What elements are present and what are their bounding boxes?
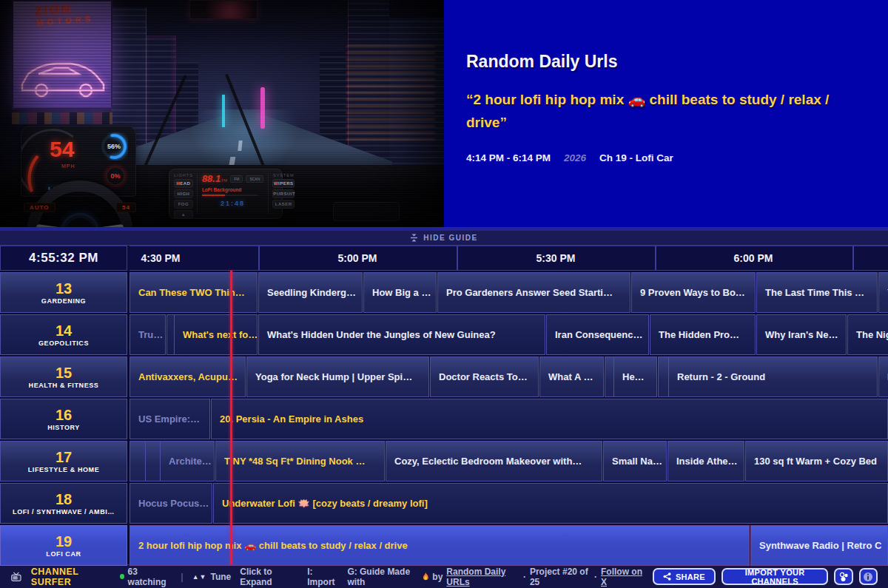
time-column-divider xyxy=(852,246,854,270)
program-cell[interactable]: Can These TWO Thin… xyxy=(130,272,258,313)
program-lane: Antivaxxers, Acupu…Yoga for Neck Hump | … xyxy=(130,356,888,397)
console-button-pursuit[interactable]: PURSUIT xyxy=(272,189,295,198)
overhead-screen xyxy=(189,0,258,19)
program-cell[interactable]: Tru… xyxy=(130,314,166,355)
time-column-divider xyxy=(655,246,656,270)
program-cell[interactable]: Synthwave Radio | Retro C xyxy=(750,525,888,566)
radio-band-pill[interactable]: FM xyxy=(230,175,243,183)
channel-number: 19 xyxy=(56,533,72,550)
console-radio: 88.1 FM FM SCAN LoFi Background 21:48 xyxy=(202,173,263,214)
steering-wheel: AUTO 54 xyxy=(27,180,133,227)
program-cell[interactable]: He… xyxy=(613,356,657,397)
track-progress-fill xyxy=(202,195,226,196)
channel-name: LIFESTYLE & HOME xyxy=(28,466,100,473)
program-lane: Can These TWO Thin…Seedling Kinderg…How … xyxy=(130,272,888,313)
channel-label-14[interactable]: 14GEOPOLITICS xyxy=(0,314,127,355)
hide-guide-label: HIDE GUIDE xyxy=(423,234,477,242)
program-cell[interactable]: Return - 2 - Ground xyxy=(668,356,878,397)
channel-number: 15 xyxy=(56,365,72,381)
wheel-left-display: AUTO xyxy=(24,203,56,212)
channel-name: GEOPOLITICS xyxy=(38,339,89,347)
console-right-buttons: WIPERSPURSUITLASER xyxy=(272,179,295,209)
radio-track-title: LoFi Background xyxy=(202,187,263,192)
program-cell[interactable]: Hocus Pocus… xyxy=(130,483,212,524)
channel-surfer-app: ZION MOTORS xyxy=(0,0,888,588)
channel-label-15[interactable]: 15HEALTH & FITNESS xyxy=(0,356,127,397)
channel-label-17[interactable]: 17LIFESTYLE & HOME xyxy=(0,441,127,481)
program-cell[interactable]: Y xyxy=(878,272,888,313)
program-cell[interactable]: How Big a … xyxy=(363,272,437,313)
import-channels-button[interactable]: IMPORT YOUR CHANNELS xyxy=(722,568,828,585)
program-cell[interactable]: The Nig xyxy=(847,314,888,355)
program-cell[interactable]: Why Iran's Ne… xyxy=(756,314,847,355)
glovebox-panel xyxy=(333,202,400,221)
channel-name: LOFI / SYNTHWAVE / AMBI… xyxy=(13,508,115,516)
episode-channel: Ch 19 - Lofi Car xyxy=(599,152,673,163)
program-cell[interactable]: 130 sq ft Warm + Cozy Bed xyxy=(745,441,888,481)
program-cell[interactable]: Underwater Lofi 🪷 [cozy beats / dreamy l… xyxy=(213,483,888,524)
program-cell[interactable]: Antivaxxers, Acupu… xyxy=(130,356,246,397)
show-title: Random Daily Urls xyxy=(466,52,860,72)
console-system-column: SYSTEM WIPERSPURSUITLASER xyxy=(268,173,295,214)
program-cell[interactable]: Seedling Kinderg… xyxy=(258,272,363,313)
follow-on-x-link[interactable]: Follow on X xyxy=(601,567,644,587)
episode-title: “2 hour lofi hip hop mix 🚗 chill beats t… xyxy=(466,88,860,135)
window-lights xyxy=(346,44,435,141)
console-clock: 21:48 xyxy=(221,200,245,207)
hide-guide-button[interactable]: HIDE GUIDE xyxy=(0,231,888,246)
lower-billboard-strip xyxy=(12,112,112,124)
tune-label: Tune xyxy=(210,572,231,582)
time-header: 4:55:32 PM 4:30 PM5:00 PM5:30 PM6:00 PM xyxy=(0,246,888,271)
program-cell[interactable]: The Hidden Pro… xyxy=(650,314,756,355)
program-cell[interactable]: What A … xyxy=(539,356,604,397)
channel-row-19: 19LOFI CAR2 hour lofi hip hop mix 🚗 chil… xyxy=(0,525,888,566)
program-cell[interactable]: M xyxy=(878,356,888,397)
billboard-zion-motors: ZION MOTORS xyxy=(12,0,112,109)
video-player[interactable]: ZION MOTORS xyxy=(0,0,444,227)
pink-neon-sign xyxy=(260,87,265,129)
radio-scan-pill[interactable]: SCAN xyxy=(246,175,263,183)
status-bar: CHANNEL SURFER 63 watching | ▲▼ Tune Cli… xyxy=(0,564,888,588)
channel-label-13[interactable]: 13GARDENING xyxy=(0,272,127,313)
program-cell[interactable]: US Empire:… xyxy=(130,399,210,439)
info-button[interactable] xyxy=(859,568,878,585)
program-cell[interactable]: The Last Time This … xyxy=(756,272,878,313)
program-cell[interactable]: 2 hour lofi hip hop mix 🚗 chill beats to… xyxy=(130,525,750,566)
console-button-wipers[interactable]: WIPERS xyxy=(272,179,295,188)
guide-credit: G: Guide Made with by Random Daily URLs … xyxy=(347,567,644,587)
console-button-fog[interactable]: FOG xyxy=(174,200,193,209)
author-link[interactable]: Random Daily URLs xyxy=(446,567,519,587)
import-channels-label: IMPORT YOUR CHANNELS xyxy=(732,568,818,586)
console-button-high[interactable]: HIGH xyxy=(174,189,193,198)
program-cell[interactable]: 9 Proven Ways to Bo… xyxy=(631,272,756,313)
program-cell[interactable]: TINY *48 Sq Ft* Dining Nook … xyxy=(215,441,385,481)
share-icon xyxy=(663,572,671,581)
channel-label-18[interactable]: 18LOFI / SYNTHWAVE / AMBI… xyxy=(0,483,127,524)
program-lane: Hocus Pocus…Underwater Lofi 🪷 [cozy beat… xyxy=(130,483,888,524)
program-cell[interactable]: Small Na… xyxy=(603,441,667,481)
console-button-laser[interactable]: LASER xyxy=(272,200,295,209)
speed-value: 54 xyxy=(50,137,74,162)
program-cell[interactable]: Doctor Reacts To… xyxy=(430,356,539,397)
program-cell[interactable]: Inside Athe… xyxy=(667,441,744,481)
program-cell[interactable]: Archite… xyxy=(160,441,215,481)
program-cell[interactable]: Pro Gardeners Answer Seed Starti… xyxy=(437,272,630,313)
expand-hint[interactable]: Click to Expand xyxy=(240,567,298,587)
share-button[interactable]: SHARE xyxy=(653,568,716,585)
console-button-▲[interactable]: ▲ xyxy=(174,210,193,219)
battery-gauge: 56% xyxy=(100,132,128,160)
program-cell[interactable]: Iran Consequenc… xyxy=(546,314,649,355)
import-hint: I: Import xyxy=(307,567,338,587)
live-dot-icon xyxy=(120,574,124,579)
console-button-head[interactable]: HEAD xyxy=(174,179,193,188)
bubbles-button[interactable] xyxy=(834,568,852,585)
program-cell[interactable]: 20. Persia - An Empire in Ashes xyxy=(211,399,888,439)
channel-label-19[interactable]: 19LOFI CAR xyxy=(0,525,127,566)
program-cell[interactable]: What's Hidden Under the Jungles of New G… xyxy=(258,314,545,355)
channel-label-16[interactable]: 16HISTORY xyxy=(0,399,127,439)
watching-count: 63 watching xyxy=(120,567,172,587)
program-cell[interactable]: Cozy, Eclectic Bedroom Makeover with… xyxy=(386,441,602,481)
program-cell[interactable]: Yoga for Neck Hump | Upper Spi… xyxy=(246,356,429,397)
program-cell[interactable]: What's next fo… xyxy=(174,314,258,355)
collapse-icon xyxy=(410,234,418,242)
